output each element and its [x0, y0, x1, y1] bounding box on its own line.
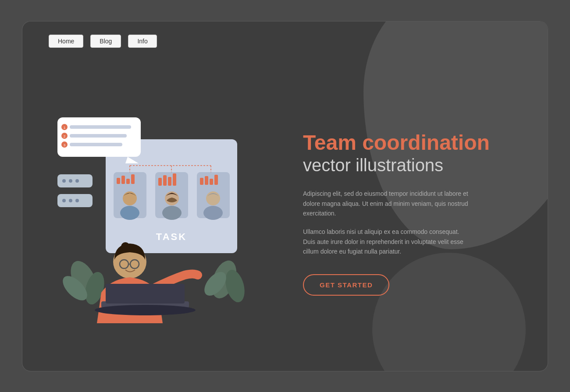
member1-bar2: [121, 176, 125, 184]
cta-button[interactable]: GET STARTED: [303, 274, 389, 296]
plant-right: [200, 257, 248, 304]
laptop-screen-base: [106, 284, 185, 304]
member2-bar1: [158, 178, 162, 186]
member2-body: [162, 206, 182, 220]
small-bubble-dot2: [69, 179, 72, 183]
member3-bar2: [205, 176, 208, 185]
bubble-num-3-text: 3: [64, 143, 66, 147]
member3-body: [203, 206, 223, 220]
navigation: Home Blog Info: [22, 21, 548, 57]
hero-description-1: Adipiscing elit, sed do eiusmod tempor i…: [303, 189, 470, 218]
nav-blog[interactable]: Blog: [90, 35, 121, 48]
member1-body: [120, 206, 139, 220]
hero-title-sub: vector illustrations: [303, 155, 521, 176]
nav-home[interactable]: Home: [49, 35, 83, 48]
person-hair-bun: [121, 242, 130, 251]
small-bubble-dot3: [75, 179, 79, 183]
illustration-area: TASK 1 2 3: [49, 104, 277, 323]
small-bubble2-dot1: [62, 199, 66, 202]
member1-bar4: [131, 174, 135, 184]
main-content: TASK 1 2 3: [22, 57, 548, 371]
member3-bar3: [210, 179, 213, 185]
right-content: Team coordination vector illustrations A…: [277, 131, 521, 295]
main-container: Home Blog Info: [22, 21, 548, 371]
member1-bar1: [117, 178, 120, 184]
bubble-line-3: [70, 143, 122, 146]
task-label-text: TASK: [156, 231, 187, 242]
member2-bar3: [168, 177, 171, 186]
bubble-line-1: [70, 125, 131, 129]
bubble-num-1-text: 1: [64, 126, 66, 130]
member2-bar2: [163, 175, 167, 186]
member3-bar4: [214, 175, 218, 185]
nav-info[interactable]: Info: [128, 35, 157, 48]
small-bubble-dot1: [62, 179, 66, 183]
small-bubble2-dot2: [69, 199, 72, 202]
illustration-svg: TASK 1 2 3: [49, 104, 277, 323]
member2-bar4: [173, 173, 176, 186]
member1-head: [123, 191, 137, 205]
laptop-bottom-ellipse: [95, 305, 196, 315]
plant-left: [59, 257, 108, 306]
bubble-num-2-text: 2: [64, 134, 66, 138]
member1-bar3: [126, 179, 130, 184]
member3-bar1: [200, 178, 203, 185]
hero-description-2: Ullamco laboris nisi ut aliquip ex ea co…: [303, 227, 470, 256]
bubble-line-2: [70, 134, 127, 138]
small-bubble2-dot3: [75, 199, 79, 202]
hero-title-accent: Team coordination: [303, 131, 521, 155]
